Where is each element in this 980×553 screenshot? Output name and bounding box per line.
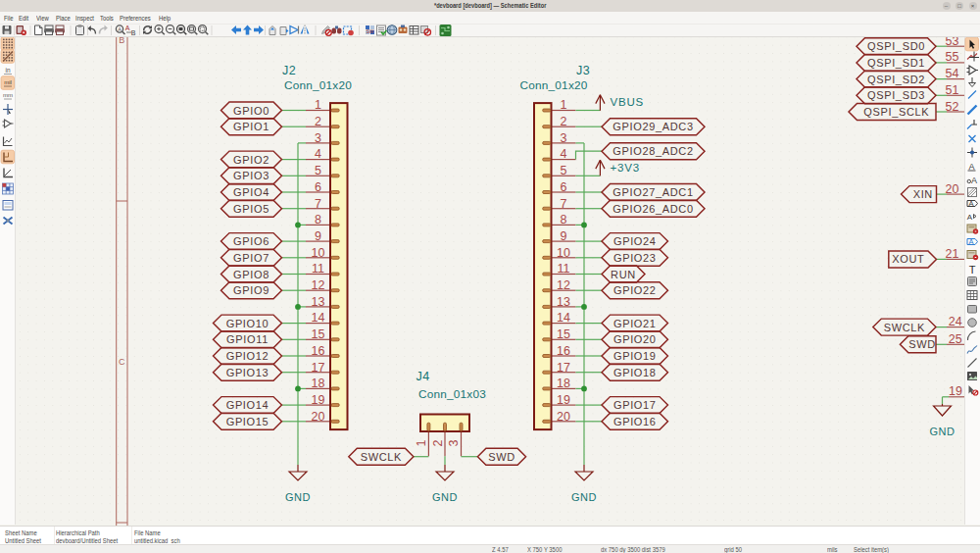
svg-text:GND: GND (929, 426, 955, 437)
svg-text:19: 19 (312, 393, 325, 407)
svg-text:GPIO21: GPIO21 (613, 318, 657, 329)
svg-text:24: 24 (949, 315, 962, 328)
svg-text:GPIO22: GPIO22 (613, 284, 657, 296)
svg-text:SWCLK: SWCLK (361, 451, 402, 463)
svg-text:10: 10 (557, 246, 570, 260)
svg-text:1: 1 (315, 98, 321, 112)
svg-text:1: 1 (561, 98, 567, 112)
svg-text:mil: mil (4, 79, 12, 85)
svg-text:GPIO19: GPIO19 (613, 350, 657, 362)
svg-text:GPIO4: GPIO4 (233, 186, 270, 198)
svg-text:21: 21 (946, 247, 959, 261)
svg-text:55: 55 (946, 50, 959, 64)
svg-text:Conn_01x20: Conn_01x20 (520, 78, 588, 92)
svg-text:C: C (119, 357, 125, 367)
svg-text:14: 14 (312, 311, 325, 325)
svg-text:52: 52 (946, 100, 959, 114)
svg-text:16: 16 (557, 344, 570, 358)
svg-text:11: 11 (558, 262, 570, 276)
svg-text:2: 2 (431, 439, 445, 446)
svg-text:RUN: RUN (611, 269, 636, 280)
svg-text:GPIO3: GPIO3 (233, 170, 270, 181)
svg-text:17: 17 (557, 361, 570, 375)
svg-text:A: A (125, 25, 130, 31)
svg-text:18: 18 (312, 377, 325, 390)
svg-text:QSPI_SD2: QSPI_SD2 (867, 74, 925, 85)
svg-text:QSPI_SD3: QSPI_SD3 (867, 89, 925, 101)
svg-text:B: B (131, 29, 136, 36)
svg-text:J4: J4 (416, 370, 429, 383)
svg-text:VBUS: VBUS (611, 96, 645, 108)
svg-text:17: 17 (312, 361, 325, 375)
svg-text:5: 5 (561, 164, 567, 177)
svg-text:GPIO10: GPIO10 (226, 318, 270, 329)
svg-text:15: 15 (312, 327, 325, 341)
svg-text:7: 7 (561, 197, 567, 211)
svg-text:GPIO20: GPIO20 (613, 333, 657, 345)
svg-text:7: 7 (315, 197, 321, 211)
svg-text:20: 20 (946, 182, 959, 196)
svg-text:GPIO13: GPIO13 (226, 367, 270, 378)
svg-text:53: 53 (946, 37, 959, 48)
svg-text:4: 4 (315, 147, 321, 161)
svg-text:B: B (119, 37, 124, 45)
svg-text:19: 19 (949, 384, 962, 398)
svg-text:A: A (968, 162, 974, 172)
svg-text:25: 25 (949, 332, 962, 346)
svg-text:GPIO16: GPIO16 (613, 416, 657, 427)
svg-text:19: 19 (557, 393, 570, 407)
svg-text:J3: J3 (576, 64, 590, 77)
svg-text:14: 14 (557, 311, 570, 325)
svg-text:9: 9 (315, 229, 321, 243)
svg-text:GPIO24: GPIO24 (613, 235, 657, 247)
svg-text:XIN: XIN (913, 188, 933, 200)
svg-text:15: 15 (557, 327, 570, 341)
svg-text:6: 6 (561, 180, 567, 194)
svg-text:GPIO14: GPIO14 (226, 399, 270, 411)
svg-text:GPIO17: GPIO17 (613, 399, 657, 411)
svg-text:J2: J2 (282, 64, 296, 77)
svg-text:GPIO12: GPIO12 (226, 350, 270, 362)
svg-text:+3V3: +3V3 (611, 162, 640, 174)
svg-text:GPIO28_ADC2: GPIO28_ADC2 (612, 145, 693, 157)
svg-text:1: 1 (415, 439, 428, 446)
svg-text:XOUT: XOUT (892, 253, 924, 265)
svg-text:GPIO9: GPIO9 (233, 284, 270, 296)
svg-text:8: 8 (561, 213, 567, 226)
svg-text:9: 9 (561, 229, 567, 243)
svg-text:GPIO5: GPIO5 (233, 203, 270, 215)
svg-text:GPIO0: GPIO0 (233, 105, 270, 117)
svg-text:3: 3 (447, 439, 461, 446)
svg-text:GPIO7: GPIO7 (233, 252, 270, 264)
svg-text:GPIO26_ADC0: GPIO26_ADC0 (612, 203, 693, 215)
svg-text:2: 2 (315, 115, 321, 128)
svg-text:QSPI_SCLK: QSPI_SCLK (863, 106, 929, 118)
svg-text:GND: GND (432, 491, 458, 503)
svg-text:3: 3 (561, 131, 567, 145)
svg-text:12: 12 (312, 278, 325, 292)
svg-text:18: 18 (557, 377, 570, 390)
svg-text:GPIO27_ADC1: GPIO27_ADC1 (612, 186, 693, 198)
svg-text:11: 11 (312, 262, 324, 276)
svg-text:SWD: SWD (908, 338, 936, 350)
svg-text:T: T (969, 264, 976, 276)
svg-text:2: 2 (561, 115, 567, 128)
svg-text:A: A (118, 26, 122, 32)
svg-text:A: A (968, 199, 973, 208)
svg-text:SWD: SWD (488, 451, 515, 463)
svg-text:51: 51 (946, 83, 959, 97)
svg-text:GPIO18: GPIO18 (613, 367, 657, 378)
svg-text:GPIO1: GPIO1 (233, 121, 270, 132)
svg-text:A: A (967, 213, 973, 222)
svg-text:8: 8 (315, 213, 321, 226)
svg-text:54: 54 (946, 67, 959, 80)
svg-text:GPIO23: GPIO23 (613, 252, 657, 264)
svg-text:5: 5 (315, 164, 321, 177)
svg-text:A: A (968, 237, 973, 246)
svg-text:Conn_01x20: Conn_01x20 (284, 78, 352, 92)
svg-text:Conn_01x03: Conn_01x03 (418, 387, 486, 401)
svg-text:10: 10 (312, 246, 325, 260)
svg-text:4: 4 (561, 147, 567, 161)
svg-text:GPIO6: GPIO6 (233, 235, 270, 247)
svg-text:GND: GND (285, 491, 311, 503)
